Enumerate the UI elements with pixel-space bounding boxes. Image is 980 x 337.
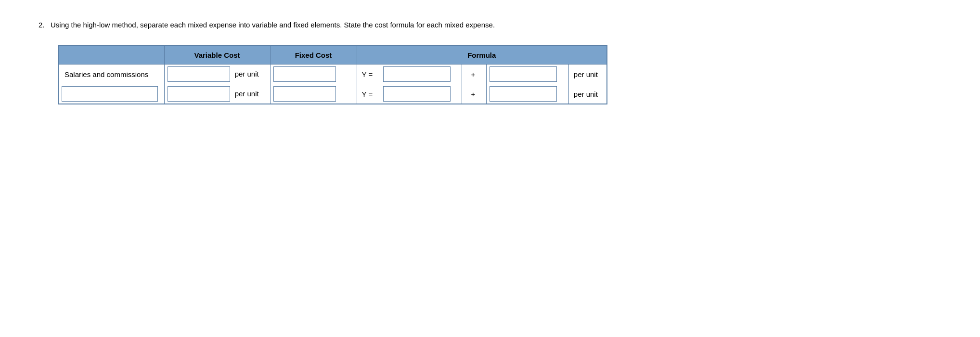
row1-formula-input2-cell — [487, 65, 568, 84]
table-container: Variable Cost Fixed Cost Formula Salarie… — [58, 45, 941, 104]
row1-variable-cost-input[interactable] — [168, 66, 230, 82]
row2-formula-input1[interactable] — [383, 86, 451, 102]
row1-y-eq: Y = — [362, 70, 373, 78]
row2-plus-cell: + — [462, 84, 487, 104]
question-number: 2. — [39, 21, 45, 29]
table-header-row: Variable Cost Fixed Cost Formula — [58, 46, 607, 65]
row1-per-unit-2-cell: per unit — [568, 65, 607, 84]
row2-plus: + — [467, 90, 479, 98]
row2-label-cell — [58, 84, 164, 104]
table-row: Salaries and commissions per unit Y = — [58, 65, 607, 84]
row2-per-unit-1: per unit — [232, 90, 259, 98]
cost-table: Variable Cost Fixed Cost Formula Salarie… — [58, 45, 607, 104]
row1-fixed-cost-cell — [270, 65, 357, 84]
row2-formula-input2[interactable] — [490, 86, 557, 102]
header-formula: Formula — [357, 46, 607, 65]
row1-formula-input2[interactable] — [490, 66, 557, 82]
row2-y-eq: Y = — [362, 90, 373, 98]
question-body: Using the high-low method, separate each… — [51, 21, 495, 29]
header-col1 — [58, 46, 164, 65]
header-fixed-cost: Fixed Cost — [270, 46, 357, 65]
row1-per-unit-2: per unit — [574, 70, 598, 78]
row2-formula-input2-cell — [487, 84, 568, 104]
question-text: 2. Using the high-low method, separate e… — [39, 19, 941, 31]
row1-plus-cell: + — [462, 65, 487, 84]
row1-label: Salaries and commissions — [58, 65, 164, 84]
row1-per-unit-1: per unit — [232, 70, 259, 78]
header-variable-cost: Variable Cost — [164, 46, 270, 65]
row2-fixed-cost-cell — [270, 84, 357, 104]
row2-fixed-cost-input[interactable] — [273, 86, 336, 102]
row1-formula-input1-cell — [380, 65, 462, 84]
row2-variable-cost-input[interactable] — [168, 86, 230, 102]
row1-formula-input1[interactable] — [383, 66, 451, 82]
row2-y-eq-cell: Y = — [357, 84, 380, 104]
row2-per-unit-2: per unit — [574, 90, 598, 98]
row1-y-eq-cell: Y = — [357, 65, 380, 84]
row2-label-input[interactable] — [62, 86, 158, 102]
row1-fixed-cost-input[interactable] — [273, 66, 336, 82]
table-row: per unit Y = + — [58, 84, 607, 104]
row2-per-unit-2-cell: per unit — [568, 84, 607, 104]
row1-plus: + — [467, 70, 479, 78]
row1-variable-cost-cell: per unit — [164, 65, 270, 84]
row2-formula-input1-cell — [380, 84, 462, 104]
question-container: 2. Using the high-low method, separate e… — [39, 19, 941, 104]
row2-variable-cost-cell: per unit — [164, 84, 270, 104]
